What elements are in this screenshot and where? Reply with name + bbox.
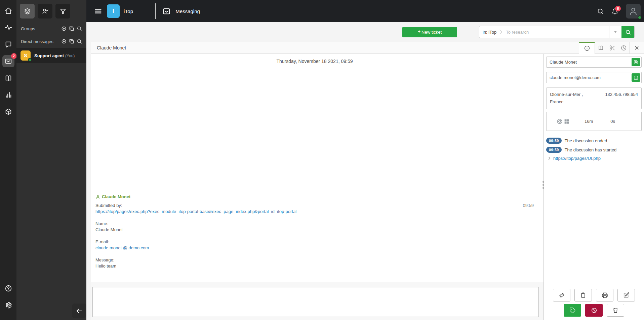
inbox-unread-badge: 2 — [11, 53, 17, 59]
itop-logo[interactable]: I — [107, 4, 120, 18]
event-text: The discussion has started — [565, 147, 617, 152]
activity-button[interactable] — [2, 22, 14, 34]
app-name: iTop — [124, 8, 133, 14]
dm-item-label: Support agent(You) — [34, 53, 75, 58]
tab-snippets[interactable] — [606, 42, 618, 54]
tag-conversation-button[interactable] — [564, 304, 581, 317]
referrer-row: https://itop/pages/UI.php — [546, 156, 642, 161]
copy-dm-button[interactable] — [69, 39, 74, 44]
activity-icon — [5, 24, 12, 31]
clock-icon — [620, 45, 627, 51]
conversation-actions — [544, 285, 644, 320]
chat-button[interactable] — [2, 38, 14, 50]
search-input[interactable] — [503, 26, 609, 38]
chrome-icon — [557, 118, 563, 125]
direct-messages-label: Direct messages — [21, 39, 53, 44]
contact-name-field[interactable] — [546, 57, 642, 68]
settings-button[interactable] — [2, 299, 14, 311]
collapse-sidebar-button[interactable] — [72, 304, 86, 318]
search-submit-button[interactable] — [621, 26, 634, 38]
tag-icon — [569, 307, 576, 314]
contacts-button[interactable] — [38, 4, 52, 19]
groups-label: Groups — [21, 26, 35, 31]
contact-email-field[interactable] — [546, 72, 642, 83]
main-area: I iTop Messaging 8 +New ticket in: iTop — [86, 0, 644, 320]
contact-panel: Olonne-sur-Mer , France 132.456.798.654 … — [544, 54, 644, 320]
search-scope-chip[interactable]: in: iTop — [479, 26, 503, 38]
avatar: S — [21, 50, 31, 61]
panel-resize-handle[interactable] — [542, 181, 544, 189]
tab-knowledge[interactable] — [595, 42, 606, 54]
queue-button[interactable] — [20, 4, 35, 19]
toolbar: +New ticket in: iTop — [86, 22, 644, 42]
person-icon — [95, 194, 100, 199]
global-search-button[interactable] — [597, 8, 604, 15]
new-ticket-button[interactable]: +New ticket — [402, 27, 457, 37]
add-dm-button[interactable] — [61, 39, 67, 44]
search-dm-button[interactable] — [77, 39, 82, 44]
book-icon — [598, 45, 604, 51]
tab-info[interactable] — [579, 42, 595, 54]
copy-groups-button[interactable] — [69, 26, 74, 31]
create-ticket-button[interactable] — [553, 289, 570, 301]
knowledge-button[interactable] — [2, 72, 14, 84]
close-icon — [634, 45, 640, 51]
event-time-badge: 09:59 — [546, 147, 562, 153]
block-contact-button[interactable] — [585, 304, 603, 317]
plus-icon: + — [418, 29, 420, 34]
notifications-button[interactable]: 8 — [611, 8, 618, 15]
apps-button[interactable] — [2, 106, 14, 118]
topbar: I iTop Messaging 8 — [86, 0, 644, 22]
chevron-right-icon[interactable] — [548, 156, 551, 160]
new-ticket-label: New ticket — [421, 30, 442, 35]
message-time: 09:59 — [523, 203, 534, 209]
message-label: Message: — [95, 257, 534, 263]
edit-button[interactable] — [617, 289, 635, 301]
conversation-tabbar: Claude Monet — [91, 42, 644, 54]
referrer-link[interactable]: https://itop/pages/UI.php — [553, 156, 601, 161]
notifications-badge: 8 — [615, 6, 621, 11]
email-link[interactable]: claude.monet @ demo.com — [95, 245, 149, 250]
add-group-button[interactable] — [61, 26, 67, 31]
submitted-by-link[interactable]: https://itop/pages/exec.php?exec_module=… — [95, 209, 296, 214]
filter-button[interactable] — [55, 4, 70, 19]
conversation-tab[interactable]: Claude Monet — [91, 45, 126, 50]
delete-conversation-button[interactable] — [607, 304, 624, 317]
help-button[interactable] — [2, 282, 14, 294]
event-row: 09:59 The discussion has started — [546, 147, 642, 153]
search-options-dropdown[interactable] — [609, 26, 621, 38]
event-time-badge: 09:59 — [546, 138, 562, 144]
submitted-by-label: Submitted by: — [95, 203, 122, 209]
print-button[interactable] — [596, 289, 613, 301]
message-text: Hello team — [95, 263, 534, 269]
user-menu-button[interactable] — [626, 4, 641, 19]
chat-message: Claude Monet Submitted by: 09:59 https:/… — [95, 189, 534, 269]
session-duration: 16m — [585, 119, 593, 124]
edit-icon — [623, 292, 629, 298]
trash-icon — [612, 307, 618, 313]
filter-icon — [59, 8, 67, 15]
info-icon — [584, 45, 590, 51]
idle-time: 0s — [610, 119, 615, 124]
content-row: Thursday, November 18 2021, 09:59 Claude… — [86, 54, 644, 320]
cube-icon — [5, 108, 12, 115]
omnichannel-button[interactable]: 2 — [2, 55, 14, 67]
tab-history[interactable] — [618, 42, 629, 54]
dm-item-support-agent[interactable]: S Support agent(You) — [16, 48, 86, 63]
home-icon — [5, 7, 12, 14]
person-check-icon — [42, 8, 49, 15]
layers-icon — [24, 8, 31, 15]
save-email-button[interactable] — [632, 73, 640, 82]
chat-bubble-icon — [5, 41, 12, 48]
search-groups-button[interactable] — [77, 26, 82, 31]
name-value: Claude Monet — [95, 227, 534, 233]
email-label: E-mail: — [95, 239, 534, 245]
copy-transcript-button[interactable] — [574, 289, 592, 301]
close-conversation-button[interactable] — [629, 42, 644, 54]
message-input[interactable] — [92, 287, 539, 317]
itop-logo-letter: I — [112, 8, 114, 15]
hamburger-menu-button[interactable] — [94, 7, 102, 15]
reports-button[interactable] — [2, 89, 14, 101]
home-button[interactable] — [2, 5, 14, 17]
save-name-button[interactable] — [632, 58, 640, 66]
